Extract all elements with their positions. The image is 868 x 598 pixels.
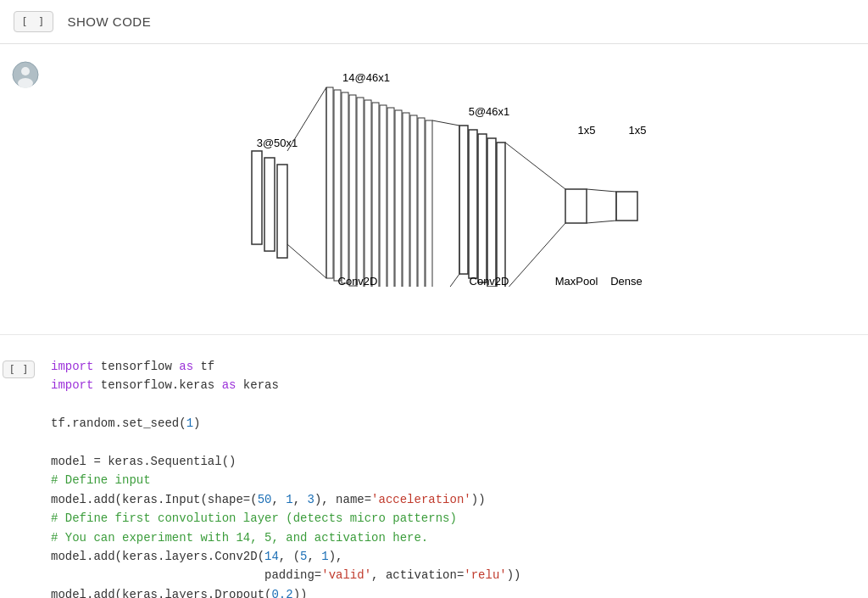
svg-rect-27 [469, 130, 477, 278]
svg-line-23 [432, 120, 459, 126]
nm-3: 1 [286, 493, 292, 506]
code-cell-bracket[interactable]: [ ] [3, 360, 34, 378]
nm-2: 50 [258, 493, 272, 506]
st-3: 'relu' [464, 568, 506, 582]
avatar [12, 61, 39, 88]
st-2: 'valid' [321, 568, 371, 582]
conv2d-1-label: Conv2D [338, 275, 378, 287]
cm-2: # Define first convolution layer (detect… [51, 511, 457, 525]
svg-rect-28 [478, 134, 487, 282]
code-cell-container: [ ] import tensorflow as tf import tenso… [0, 334, 868, 598]
svg-rect-29 [487, 138, 496, 287]
input-dims-label: 3@50x1 [257, 137, 298, 149]
conv2-featuremaps [459, 126, 505, 287]
svg-point-2 [18, 78, 33, 88]
svg-line-34 [587, 189, 616, 192]
diagram-area: 14@46x1 5@46x1 1x5 1x5 3@50x1 [51, 58, 868, 321]
tx-6: ) [193, 416, 200, 430]
conv1-dims-label: 14@46x1 [342, 71, 390, 84]
pool-dims2-label: 1x5 [629, 124, 647, 137]
cm-3: # You can experiment with 14, 5, and act… [51, 531, 428, 545]
svg-line-35 [587, 221, 616, 223]
blank-1 [51, 395, 868, 414]
nm-8: 0.2 [271, 588, 292, 598]
tx-19: )) [507, 568, 521, 582]
svg-rect-19 [403, 113, 409, 287]
tx-15: , [307, 550, 321, 563]
tx-5: tf.random.set_seed( [51, 416, 186, 430]
code-line-4: model = keras.Sequential() [51, 452, 868, 471]
svg-rect-11 [342, 92, 348, 283]
dense-label: Dense [610, 275, 643, 287]
kw-as-1: as [179, 360, 193, 373]
tx-11: ), name= [314, 493, 371, 506]
tx-4: keras [236, 378, 278, 392]
tx-18: , activation= [371, 568, 464, 582]
tx-17: padding= [51, 568, 321, 582]
svg-rect-14 [364, 100, 371, 287]
svg-rect-17 [387, 108, 394, 287]
tx-10: , [293, 493, 308, 506]
svg-rect-26 [459, 126, 468, 274]
maxpool-label: MaxPool [555, 275, 598, 287]
code-cell: [ ] import tensorflow as tf import tenso… [0, 357, 868, 598]
kw-import-1: import [51, 360, 93, 373]
tx-16: ), [329, 550, 343, 563]
code-line-11: model.add(keras.layers.Dropout(0.2)) [51, 585, 868, 598]
svg-rect-30 [497, 143, 505, 287]
tx-9: , [271, 493, 286, 506]
code-line-10: padding='valid', activation='relu')) [51, 566, 868, 584]
bracket-label: [ ] [21, 15, 46, 28]
neural-net-svg: 14@46x1 5@46x1 1x5 1x5 3@50x1 [201, 66, 693, 287]
top-bar: [ ] SHOW CODE [0, 0, 868, 44]
st-1: 'acceleration' [371, 493, 471, 506]
svg-rect-4 [264, 158, 275, 251]
svg-rect-33 [565, 189, 587, 223]
code-line-7: # Define first convolution layer (detect… [51, 509, 868, 528]
tx-12: )) [471, 493, 486, 506]
svg-rect-37 [616, 192, 637, 221]
blank-2 [51, 433, 868, 452]
tx-7: model = keras.Sequential() [51, 455, 236, 468]
code-line-6: model.add(keras.Input(shape=(50, 1, 3), … [51, 490, 868, 509]
cm-1: # Define input [51, 473, 151, 487]
svg-rect-10 [334, 90, 341, 281]
tx-13: model.add(keras.layers.Conv2D( [51, 550, 264, 563]
svg-line-31 [505, 143, 565, 189]
code-line-2: import tensorflow.keras as keras [51, 376, 868, 394]
code-line-9: model.add(keras.layers.Conv2D(14, (5, 1)… [51, 547, 868, 566]
code-block: import tensorflow as tf import tensorflo… [51, 357, 868, 598]
tx-2: tf [193, 360, 214, 373]
svg-rect-5 [277, 165, 287, 258]
conv1-featuremaps [326, 87, 432, 287]
svg-rect-16 [380, 105, 387, 287]
show-code-label: SHOW CODE [67, 14, 151, 29]
conv2-dims-label: 5@46x1 [469, 105, 510, 118]
svg-rect-13 [357, 98, 364, 287]
svg-rect-9 [326, 87, 333, 278]
svg-rect-12 [349, 95, 356, 286]
svg-rect-15 [372, 103, 379, 287]
nm-4: 3 [307, 493, 314, 506]
pool-dims1-label: 1x5 [578, 124, 596, 137]
code-line-1: import tensorflow as tf [51, 357, 868, 376]
tx-8: model.add(keras.Input(shape=( [51, 493, 258, 506]
nm-1: 1 [186, 416, 193, 430]
svg-rect-3 [252, 151, 262, 244]
nm-5: 14 [264, 550, 279, 563]
code-line-8: # You can experiment with 14, 5, and act… [51, 528, 868, 547]
svg-rect-20 [410, 115, 417, 287]
cell-run-button[interactable]: [ ] [14, 11, 53, 32]
code-line-3: tf.random.set_seed(1) [51, 414, 868, 433]
tx-21: )) [293, 588, 308, 598]
svg-point-1 [21, 67, 30, 75]
svg-rect-21 [418, 118, 425, 287]
code-line-5: # Define input [51, 471, 868, 489]
cell-gutter: [ ] [0, 357, 51, 378]
nm-7: 1 [321, 550, 328, 563]
kw-as-2: as [222, 378, 236, 392]
diagram-cell: 14@46x1 5@46x1 1x5 1x5 3@50x1 [0, 44, 868, 334]
conv2d-2-label: Conv2D [470, 275, 509, 287]
avatar-column [0, 58, 51, 321]
svg-line-6 [287, 87, 326, 151]
